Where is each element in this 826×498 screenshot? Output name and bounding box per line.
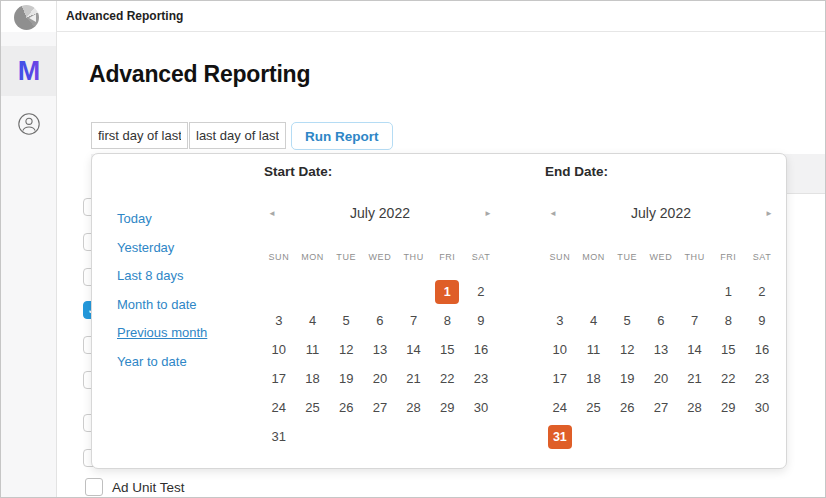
weekday-header: FRI — [430, 248, 464, 266]
quick-link-today[interactable]: Today — [117, 211, 207, 226]
end-date-label: End Date: — [545, 164, 608, 179]
calendar-day[interactable]: 6 — [644, 306, 678, 335]
calendar-day[interactable]: 16 — [745, 335, 779, 364]
run-report-button[interactable]: Run Report — [291, 122, 393, 150]
quick-links: TodayYesterdayLast 8 daysMonth to datePr… — [117, 211, 207, 369]
calendar-day-empty — [610, 422, 644, 451]
quick-link-month-to-date[interactable]: Month to date — [117, 297, 207, 312]
calendar-day-empty — [363, 422, 397, 451]
calendar-day[interactable]: 7 — [678, 306, 712, 335]
calendar-day[interactable]: 3 — [262, 306, 296, 335]
calendar-day[interactable]: 29 — [711, 393, 745, 422]
calendar-day[interactable]: 31 — [262, 422, 296, 451]
calendar-day[interactable]: 29 — [430, 393, 464, 422]
calendar-day[interactable]: 25 — [296, 393, 330, 422]
calendar-day[interactable]: 6 — [363, 306, 397, 335]
sidebar-item-account[interactable] — [1, 107, 56, 141]
calendar-day[interactable]: 13 — [644, 335, 678, 364]
calendar-day[interactable]: 18 — [577, 364, 611, 393]
calendar-day[interactable]: 21 — [397, 364, 431, 393]
weekday-header: MON — [577, 248, 611, 266]
weekday-header: WED — [644, 248, 678, 266]
calendar-day[interactable]: 5 — [610, 306, 644, 335]
calendar-day[interactable]: 4 — [296, 306, 330, 335]
calendar-day[interactable]: 14 — [397, 335, 431, 364]
calendar-day[interactable]: 1 — [430, 277, 464, 306]
calendar-day[interactable]: 10 — [543, 335, 577, 364]
quick-link-last-8-days[interactable]: Last 8 days — [117, 268, 207, 283]
calendar-day[interactable]: 20 — [363, 364, 397, 393]
calendar-day-empty — [644, 422, 678, 451]
calendar-day[interactable]: 11 — [577, 335, 611, 364]
calendar-day[interactable]: 26 — [610, 393, 644, 422]
calendar-day[interactable]: 24 — [543, 393, 577, 422]
topbar-title: Advanced Reporting — [66, 9, 183, 23]
calendar-day[interactable]: 9 — [464, 306, 498, 335]
calendar-day[interactable]: 14 — [678, 335, 712, 364]
selected-day: 1 — [435, 280, 459, 304]
calendar-day[interactable]: 31 — [543, 422, 577, 451]
end-calendar-month: July 2022 — [631, 205, 691, 221]
calendar-day[interactable]: 12 — [610, 335, 644, 364]
end-date-input[interactable] — [189, 122, 286, 149]
calendar-day[interactable]: 8 — [430, 306, 464, 335]
calendar-day[interactable]: 9 — [745, 306, 779, 335]
prev-month-icon[interactable]: ◄ — [543, 207, 563, 220]
calendar-day[interactable]: 12 — [329, 335, 363, 364]
start-calendar-nav: ◄ July 2022 ► — [262, 205, 498, 221]
start-date-label: Start Date: — [264, 164, 332, 179]
brand-circle-icon — [14, 5, 39, 30]
sidebar-item-reporting[interactable]: M — [1, 46, 56, 96]
calendar-day[interactable]: 21 — [678, 364, 712, 393]
start-date-input[interactable] — [91, 122, 188, 149]
sidebar-logo-cell[interactable] — [1, 1, 56, 32]
calendar-day[interactable]: 19 — [329, 364, 363, 393]
ad-unit-test-checkbox[interactable] — [85, 478, 103, 496]
calendar-day[interactable]: 1 — [711, 277, 745, 306]
calendar-day[interactable]: 20 — [644, 364, 678, 393]
calendar-day[interactable]: 19 — [610, 364, 644, 393]
calendar-day[interactable]: 2 — [464, 277, 498, 306]
next-month-icon[interactable]: ► — [759, 207, 779, 220]
calendar-day[interactable]: 13 — [363, 335, 397, 364]
calendar-day[interactable]: 16 — [464, 335, 498, 364]
calendar-day[interactable]: 17 — [543, 364, 577, 393]
calendar-day[interactable]: 22 — [711, 364, 745, 393]
quick-link-yesterday[interactable]: Yesterday — [117, 240, 207, 255]
calendar-day-empty — [577, 422, 611, 451]
calendar-day[interactable]: 30 — [745, 393, 779, 422]
calendar-day[interactable]: 3 — [543, 306, 577, 335]
calendar-day[interactable]: 30 — [464, 393, 498, 422]
calendar-day[interactable]: 2 — [745, 277, 779, 306]
start-calendar-grid: SUNMONTUEWEDTHUFRISAT1234567891011121314… — [262, 248, 498, 451]
calendar-day[interactable]: 15 — [430, 335, 464, 364]
calendar-day[interactable]: 18 — [296, 364, 330, 393]
calendar-day[interactable]: 27 — [644, 393, 678, 422]
calendar-day[interactable]: 25 — [577, 393, 611, 422]
calendar-day[interactable]: 10 — [262, 335, 296, 364]
ad-unit-test-label: Ad Unit Test — [112, 480, 185, 495]
calendar-day[interactable]: 24 — [262, 393, 296, 422]
calendar-day[interactable]: 15 — [711, 335, 745, 364]
weekday-header: SUN — [543, 248, 577, 266]
calendar-day[interactable]: 4 — [577, 306, 611, 335]
calendar-day[interactable]: 26 — [329, 393, 363, 422]
calendar-day[interactable]: 23 — [745, 364, 779, 393]
quick-link-year-to-date[interactable]: Year to date — [117, 354, 207, 369]
end-date-calendar: End Date: ◄ July 2022 ► SUNMONTUEWEDTHUF… — [543, 154, 779, 468]
calendar-day[interactable]: 8 — [711, 306, 745, 335]
calendar-day[interactable]: 28 — [397, 393, 431, 422]
next-month-icon[interactable]: ► — [478, 207, 498, 220]
calendar-day[interactable]: 27 — [363, 393, 397, 422]
calendar-day[interactable]: 5 — [329, 306, 363, 335]
quick-link-previous-month[interactable]: Previous month — [117, 325, 207, 340]
person-icon — [17, 112, 41, 136]
calendar-day[interactable]: 11 — [296, 335, 330, 364]
calendar-day[interactable]: 7 — [397, 306, 431, 335]
prev-month-icon[interactable]: ◄ — [262, 207, 282, 220]
m-map-logo-icon: M — [13, 57, 45, 85]
calendar-day[interactable]: 22 — [430, 364, 464, 393]
calendar-day[interactable]: 28 — [678, 393, 712, 422]
calendar-day[interactable]: 23 — [464, 364, 498, 393]
calendar-day[interactable]: 17 — [262, 364, 296, 393]
